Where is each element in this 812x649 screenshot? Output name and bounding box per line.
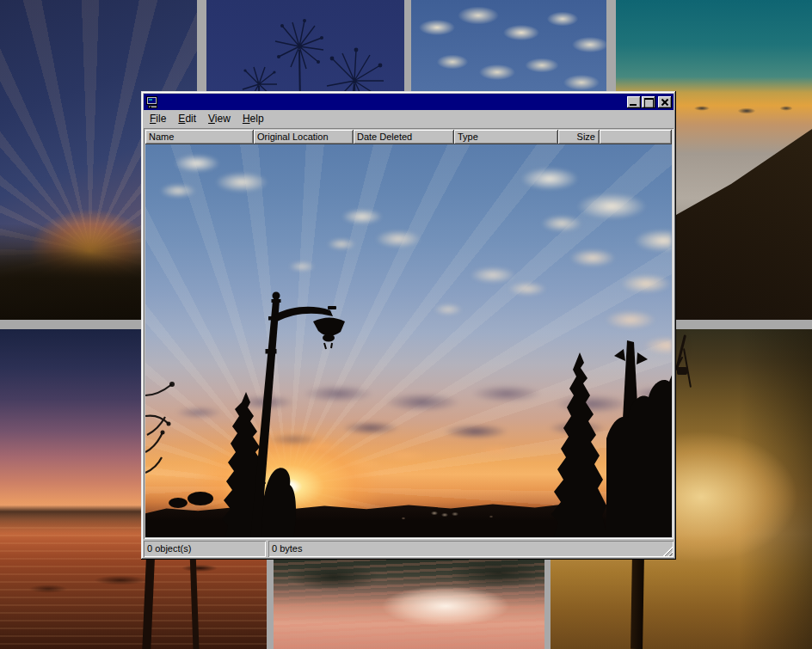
status-bytes: 0 bytes	[268, 541, 674, 557]
file-list-view[interactable]: Name Original Location Date Deleted Type…	[144, 128, 674, 539]
menu-edit[interactable]: Edit	[172, 111, 202, 127]
minimize-button[interactable]	[627, 96, 641, 108]
column-header-location[interactable]: Original Location	[254, 130, 354, 144]
menu-help[interactable]: Help	[237, 111, 270, 127]
status-objects: 0 object(s)	[144, 541, 266, 557]
column-header-deleted[interactable]: Date Deleted	[354, 130, 454, 144]
menu-file[interactable]: File	[144, 111, 172, 127]
status-bytes-text: 0 bytes	[272, 543, 302, 554]
computer-icon	[145, 95, 159, 109]
recycle-bin-window: File Edit View Help Name Original Locati…	[141, 91, 676, 560]
column-header-filler	[600, 130, 672, 144]
resize-grip[interactable]	[661, 545, 673, 556]
menu-view[interactable]: View	[202, 111, 237, 127]
close-button[interactable]	[658, 96, 672, 108]
column-header-type[interactable]: Type	[454, 130, 558, 144]
sunset-streetlamp-photo[interactable]	[145, 144, 672, 537]
desktop: File Edit View Help Name Original Locati…	[0, 0, 812, 649]
column-header-name[interactable]: Name	[145, 130, 254, 144]
column-header-size[interactable]: Size	[558, 130, 600, 144]
column-headers: Name Original Location Date Deleted Type…	[145, 130, 672, 144]
window-titlebar[interactable]	[144, 94, 674, 110]
maximize-button[interactable]	[642, 96, 655, 108]
menu-bar: File Edit View Help	[144, 110, 674, 128]
status-bar: 0 object(s) 0 bytes	[144, 541, 674, 557]
pole-silhouette	[631, 554, 644, 649]
silhouette-overlay	[145, 144, 672, 537]
